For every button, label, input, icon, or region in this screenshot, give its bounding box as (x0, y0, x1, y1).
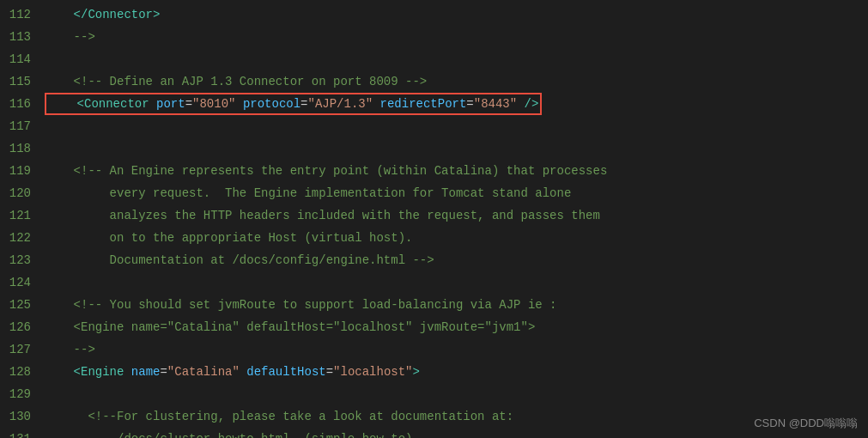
line-content: every request. The Engine implementation… (45, 182, 868, 204)
line-content: </Connector> (45, 3, 868, 26)
line-content: on to the appropriate Host (virtual host… (45, 227, 868, 249)
line-content: <Connector port="8010" protocol="AJP/1.3… (45, 93, 868, 115)
line-number: 129 (0, 383, 45, 405)
code-line: 129 (0, 383, 868, 405)
line-number: 130 (0, 405, 45, 428)
line-content: --> (45, 338, 868, 361)
line-number: 125 (0, 294, 45, 316)
code-line: 124 (0, 271, 868, 294)
line-number: 112 (0, 3, 45, 26)
line-content: <!-- Define an AJP 1.3 Connector on port… (45, 70, 868, 93)
code-line: 125 <!-- You should set jvmRoute to supp… (0, 294, 868, 316)
line-number: 116 (0, 93, 45, 115)
line-number: 120 (0, 182, 45, 204)
line-content: <!-- An Engine represents the entry poin… (45, 160, 868, 182)
line-number: 127 (0, 338, 45, 361)
line-content: analyzes the HTTP headers included with … (45, 204, 868, 227)
watermark: CSDN @DDD嗡嗡嗡 (754, 416, 858, 431)
code-line: 112 </Connector> (0, 3, 868, 26)
line-number: 115 (0, 70, 45, 93)
line-number: 121 (0, 204, 45, 227)
line-number: 117 (0, 115, 45, 137)
line-number: 118 (0, 137, 45, 160)
line-content: <!-- You should set jvmRoute to support … (45, 294, 868, 316)
line-number: 126 (0, 316, 45, 338)
code-line: 120 every request. The Engine implementa… (0, 182, 868, 204)
line-content: /docs/cluster-howto.html (simple how to) (45, 428, 868, 438)
line-content: <Engine name="Catalina" defaultHost="loc… (45, 316, 868, 338)
code-container: 112 </Connector>113 -->114115 <!-- Defin… (0, 0, 868, 438)
code-line: 121 analyzes the HTTP headers included w… (0, 204, 868, 227)
code-line: 122 on to the appropriate Host (virtual … (0, 227, 868, 249)
code-line: 128 <Engine name="Catalina" defaultHost=… (0, 361, 868, 383)
code-line: 119 <!-- An Engine represents the entry … (0, 160, 868, 182)
code-line: 126 <Engine name="Catalina" defaultHost=… (0, 316, 868, 338)
code-line: 130 <!--For clustering, please take a lo… (0, 405, 868, 428)
line-number: 119 (0, 160, 45, 182)
code-line: 117 (0, 115, 868, 137)
line-number: 114 (0, 48, 45, 70)
line-content: <Engine name="Catalina" defaultHost="loc… (45, 361, 868, 383)
line-number: 131 (0, 428, 45, 438)
line-content: --> (45, 26, 868, 48)
code-line: 123 Documentation at /docs/config/engine… (0, 249, 868, 271)
code-line: 131 /docs/cluster-howto.html (simple how… (0, 428, 868, 438)
code-line: 114 (0, 48, 868, 70)
line-number: 123 (0, 249, 45, 271)
line-number: 124 (0, 271, 45, 294)
line-number: 113 (0, 26, 45, 48)
line-content: <!--For clustering, please take a look a… (45, 405, 868, 428)
code-line: 127 --> (0, 338, 868, 361)
line-content: Documentation at /docs/config/engine.htm… (45, 249, 868, 271)
line-number: 122 (0, 227, 45, 249)
line-number: 128 (0, 361, 45, 383)
code-line: 115 <!-- Define an AJP 1.3 Connector on … (0, 70, 868, 93)
code-line: 118 (0, 137, 868, 160)
code-line: 116 <Connector port="8010" protocol="AJP… (0, 93, 868, 115)
code-line: 113 --> (0, 26, 868, 48)
